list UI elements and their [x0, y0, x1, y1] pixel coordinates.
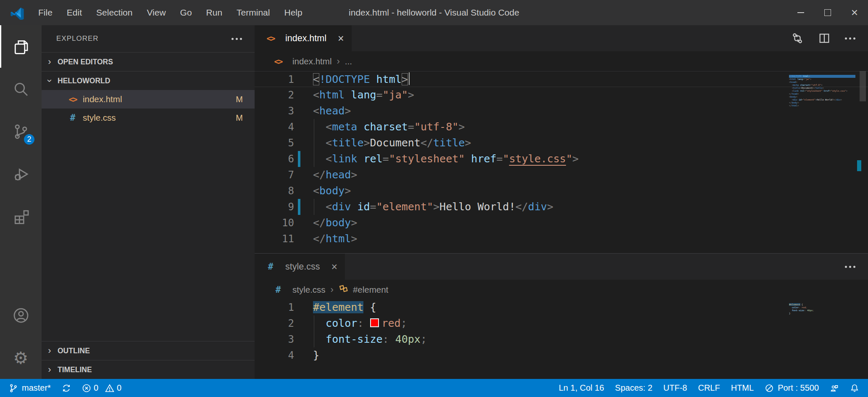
code-line[interactable]: 3<head>: [255, 103, 868, 119]
code-token: ": [566, 153, 572, 165]
encoding-item[interactable]: UTF-8: [658, 379, 693, 397]
menu-item-go[interactable]: Go: [173, 0, 199, 25]
breadcrumb-css: # style.css › #element: [255, 280, 868, 299]
more-actions-icon[interactable]: [845, 266, 855, 268]
minimap-token: >: [841, 98, 842, 101]
close-button[interactable]: ×: [841, 0, 868, 25]
line-number[interactable]: 9: [255, 199, 294, 215]
code-line[interactable]: 7</head>: [255, 167, 868, 183]
menu-item-view[interactable]: View: [139, 0, 173, 25]
code-line[interactable]: 4}: [255, 347, 868, 363]
settings-gear-icon: ⚙: [13, 349, 29, 366]
section-open-editors[interactable]: › OPEN EDITORS: [42, 52, 255, 71]
breadcrumb-tail[interactable]: ...: [345, 56, 352, 66]
breadcrumb-file[interactable]: index.html: [292, 56, 331, 66]
live-server-port-item[interactable]: Port : 5500: [759, 379, 824, 397]
code-line[interactable]: 1<!DOCTYPE html>: [255, 71, 868, 87]
menu-item-edit[interactable]: Edit: [60, 0, 89, 25]
split-editor-icon[interactable]: [818, 32, 831, 45]
code-line[interactable]: 5 <title>Document</title>: [255, 135, 868, 151]
tab-index-html[interactable]: <> index.html ×: [255, 25, 352, 51]
minimap-line: </body>: [789, 101, 855, 104]
minimap-token: [789, 90, 792, 92]
explorer-more-actions-icon[interactable]: [231, 38, 242, 40]
section-outline[interactable]: › OUTLINE: [42, 341, 255, 360]
breadcrumb-symbol[interactable]: #element: [353, 285, 388, 295]
code-token: ;: [421, 333, 427, 345]
notifications-item[interactable]: [844, 379, 865, 397]
line-number[interactable]: 2: [255, 315, 294, 331]
code-line[interactable]: 11</html>: [255, 231, 868, 247]
code-token: [357, 121, 363, 133]
code-line[interactable]: 3 font-size: 40px;: [255, 331, 868, 347]
line-number[interactable]: 2: [255, 87, 294, 103]
minimap[interactable]: #element { color: red; font-size: 40px;}: [789, 303, 855, 315]
code-token: Hello World!: [439, 201, 516, 213]
menu-item-file[interactable]: File: [31, 0, 60, 25]
menu-item-run[interactable]: Run: [199, 0, 230, 25]
line-number[interactable]: 4: [255, 347, 294, 363]
indentation-item[interactable]: Spaces: 2: [610, 379, 658, 397]
line-number[interactable]: 7: [255, 167, 294, 183]
tab-style-css[interactable]: # style.css ×: [255, 254, 345, 280]
activity-run-debug[interactable]: [0, 153, 42, 195]
line-number[interactable]: 11: [255, 231, 294, 247]
menu-item-selection[interactable]: Selection: [89, 0, 139, 25]
code-line[interactable]: 10</body>: [255, 215, 868, 231]
minimize-button[interactable]: [787, 0, 814, 25]
code-editor-html[interactable]: 1<!DOCTYPE html>2<html lang="ja">3<head>…: [255, 71, 868, 253]
code-line[interactable]: 4 <meta charset="utf-8">: [255, 119, 868, 135]
code-line[interactable]: 2 color: red;: [255, 315, 868, 331]
code-token: rel: [363, 153, 382, 165]
section-timeline[interactable]: › TIMELINE: [42, 360, 255, 379]
activity-explorer[interactable]: [0, 25, 42, 68]
menu-item-help[interactable]: Help: [277, 0, 309, 25]
minimap-line: <body>: [789, 95, 855, 98]
open-changes-icon[interactable]: [791, 32, 804, 45]
section-folder[interactable]: › HELLOWORLD: [42, 71, 255, 90]
activity-source-control[interactable]: 2: [0, 110, 42, 153]
more-actions-icon[interactable]: [845, 37, 855, 40]
language-mode-item[interactable]: HTML: [726, 379, 759, 397]
file-item-style-css[interactable]: #style.cssM: [42, 109, 255, 127]
line-number[interactable]: 3: [255, 331, 294, 347]
line-number[interactable]: 3: [255, 103, 294, 119]
code-line[interactable]: 2<html lang="ja">: [255, 87, 868, 103]
sync-item[interactable]: [56, 379, 76, 397]
cursor-position-item[interactable]: Ln 1, Col 16: [553, 379, 610, 397]
line-number[interactable]: 10: [255, 215, 294, 231]
activity-settings[interactable]: ⚙: [0, 336, 42, 379]
minimap[interactable]: <!DOCTYPE html><html lang="ja"><head> <m…: [789, 75, 855, 107]
line-number[interactable]: 1: [255, 71, 294, 87]
code-token: >: [363, 137, 370, 149]
code-line[interactable]: 8<body>: [255, 183, 868, 199]
git-branch-item[interactable]: master*: [3, 379, 56, 397]
feedback-item[interactable]: [824, 379, 844, 397]
code-line[interactable]: 1#element {: [255, 299, 868, 315]
tab-close-icon[interactable]: ×: [331, 261, 337, 273]
line-number[interactable]: 8: [255, 183, 294, 199]
line-number[interactable]: 6: [255, 151, 294, 167]
maximize-button[interactable]: [814, 0, 841, 25]
activity-search[interactable]: [0, 68, 42, 110]
activity-extensions[interactable]: [0, 195, 42, 238]
code-line[interactable]: 6 <link rel="stylesheet" href="style.css…: [255, 151, 868, 167]
activity-accounts[interactable]: [0, 294, 42, 336]
code-line[interactable]: 9 <div id="element">Hello World!</div>: [255, 199, 868, 215]
minimap-token: >: [821, 84, 822, 86]
code-editor-css[interactable]: 1#element {2 color: red;3 font-size: 40p…: [255, 299, 868, 379]
eol-item[interactable]: CRLF: [692, 379, 725, 397]
tab-close-icon[interactable]: ×: [338, 32, 344, 45]
open-editors-label: OPEN EDITORS: [58, 58, 113, 66]
breadcrumb-file[interactable]: style.css: [292, 285, 326, 295]
line-number[interactable]: 1: [255, 299, 294, 315]
line-number[interactable]: 4: [255, 119, 294, 135]
menu-item-terminal[interactable]: Terminal: [229, 0, 277, 25]
scrollbar-thumb[interactable]: [860, 71, 866, 101]
scrollbar[interactable]: [857, 71, 868, 253]
line-number[interactable]: 5: [255, 135, 294, 151]
problems-item[interactable]: 0 0: [76, 379, 131, 397]
code-token: >: [351, 217, 357, 229]
title-bar: FileEditSelectionViewGoRunTerminalHelp i…: [0, 0, 868, 25]
file-item-index-html[interactable]: <>index.htmlM: [42, 90, 255, 109]
